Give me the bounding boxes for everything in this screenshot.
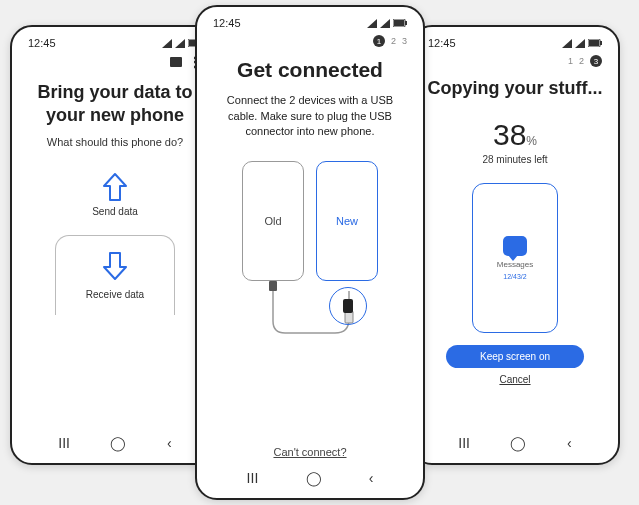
- status-bar: 12:45: [24, 35, 206, 55]
- page-title: Bring your data to your new phone: [24, 81, 206, 126]
- usb-adapter-icon: [343, 299, 353, 313]
- battery-icon: [588, 39, 602, 47]
- transfer-item-display: Messages 12/43/2: [472, 183, 558, 333]
- item-count: 12/43/2: [503, 273, 526, 280]
- svg-rect-6: [269, 281, 277, 291]
- usb-adapter-highlight: [329, 287, 367, 325]
- usb-cable: [209, 161, 411, 341]
- step-indicator: 1 2 3: [209, 35, 411, 51]
- header-icons: ⋮: [24, 55, 206, 75]
- signal-icon: [562, 39, 572, 48]
- svg-rect-5: [405, 21, 407, 25]
- send-label: Send data: [92, 206, 138, 217]
- nav-home[interactable]: ◯: [110, 435, 126, 451]
- old-phone: Old: [242, 161, 304, 281]
- nav-back[interactable]: ‹: [167, 435, 172, 451]
- nav-recent[interactable]: III: [58, 435, 70, 451]
- sim-icon: [170, 57, 182, 67]
- send-data-option[interactable]: Send data: [24, 172, 206, 217]
- status-bar: 12:45: [424, 35, 606, 55]
- status-time: 12:45: [28, 37, 56, 49]
- nav-back[interactable]: ‹: [369, 470, 374, 486]
- step-1: 1: [568, 56, 573, 66]
- receive-label: Receive data: [86, 289, 144, 300]
- status-time: 12:45: [213, 17, 241, 29]
- nav-home[interactable]: ◯: [510, 435, 526, 451]
- arrow-down-icon: [102, 251, 128, 281]
- svg-rect-4: [394, 20, 404, 26]
- nav-bar: III ◯ ‹: [24, 429, 206, 453]
- messages-icon: [503, 236, 527, 256]
- progress-eta: 28 minutes left: [424, 154, 606, 165]
- status-icons: [367, 19, 407, 28]
- nav-home[interactable]: ◯: [306, 470, 322, 486]
- cancel-link[interactable]: Cancel: [424, 374, 606, 385]
- nav-back[interactable]: ‹: [567, 435, 572, 451]
- step-3: 3: [402, 36, 407, 46]
- progress-display: 38% 28 minutes left: [424, 118, 606, 165]
- receive-data-option[interactable]: Receive data: [55, 235, 175, 315]
- page-body: Connect the 2 devices with a USB cable. …: [209, 93, 411, 139]
- phone-screen-1: 12:45 ⋮ Bring your data to your new phon…: [10, 25, 220, 465]
- new-phone: New: [316, 161, 378, 281]
- signal-icon: [367, 19, 377, 28]
- phone-screen-2: 12:45 1 2 3 Get connected Connect the 2 …: [195, 5, 425, 500]
- battery-icon: [393, 19, 407, 27]
- item-label: Messages: [497, 260, 533, 269]
- step-2: 2: [579, 56, 584, 66]
- status-time: 12:45: [428, 37, 456, 49]
- wifi-icon: [380, 19, 390, 28]
- step-current: 3: [590, 55, 602, 67]
- status-bar: 12:45: [209, 15, 411, 35]
- page-title: Copying your stuff...: [424, 77, 606, 100]
- nav-recent[interactable]: III: [458, 435, 470, 451]
- step-indicator: 1 2 3: [424, 55, 606, 71]
- svg-rect-9: [589, 40, 599, 46]
- progress-percent: 38: [493, 118, 526, 151]
- page-title: Get connected: [209, 57, 411, 83]
- keep-screen-on-button[interactable]: Keep screen on: [446, 345, 584, 368]
- arrow-up-icon: [102, 172, 128, 202]
- status-icons: [562, 39, 602, 48]
- nav-recent[interactable]: III: [247, 470, 259, 486]
- percent-symbol: %: [526, 134, 537, 148]
- page-subtitle: What should this phone do?: [24, 136, 206, 148]
- connection-illustration: Old New: [209, 161, 411, 341]
- wifi-icon: [175, 39, 185, 48]
- signal-icon: [162, 39, 172, 48]
- phone-screen-3: 12:45 1 2 3 Copying your stuff... 38% 28…: [410, 25, 620, 465]
- nav-bar: III ◯ ‹: [424, 429, 606, 453]
- nav-bar: III ◯ ‹: [209, 464, 411, 488]
- svg-rect-10: [600, 41, 602, 45]
- step-2: 2: [391, 36, 396, 46]
- wifi-icon: [575, 39, 585, 48]
- step-current: 1: [373, 35, 385, 47]
- cant-connect-link[interactable]: Can't connect?: [209, 446, 411, 458]
